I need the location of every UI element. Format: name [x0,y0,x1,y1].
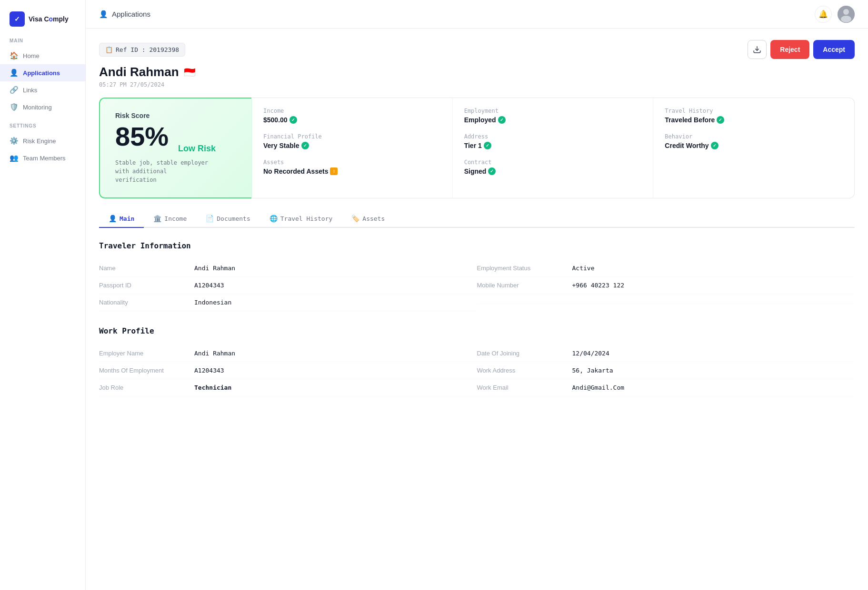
employment-label: Employment [464,108,642,114]
employer-name-row: Employer Name Andi Rahman [99,345,477,362]
risk-description: Stable job, stable employer with additio… [115,158,210,184]
ref-badge: 📋 Ref ID : 20192398 [99,43,185,57]
notifications-button[interactable]: 🔔 [815,6,832,23]
reject-button[interactable]: Reject [770,40,809,59]
mobile-value: +966 40223 122 [572,282,855,289]
sidebar-item-team-members[interactable]: 👥 Team Members [0,149,85,167]
metrics-col-2: Employment Employed ✓ Address Tier 1 ✓ [453,98,654,198]
sidebar-item-home-label: Home [23,52,40,59]
mobile-row: Mobile Number +966 40223 122 [477,277,855,294]
tab-documents-icon: 📄 [206,215,214,222]
income-check-icon: ✓ [289,116,297,124]
date-joining-value: 12/04/2024 [572,350,855,357]
download-button[interactable] [748,40,767,59]
sidebar-item-monitoring[interactable]: 🛡️ Monitoring [0,98,85,116]
assets-label: Assets [263,159,441,166]
financial-profile-check-icon: ✓ [301,142,309,149]
tab-assets[interactable]: 🏷️ Assets [342,210,394,228]
tab-main[interactable]: 👤 Main [99,210,144,228]
address-label: Address [464,133,642,140]
sidebar-item-applications-label: Applications [23,69,60,77]
metrics-row: Risk Score 85% Low Risk Stable job, stab… [99,98,855,198]
contract-value: Signed ✓ [464,167,642,175]
ref-id-text: Ref ID : 20192398 [116,46,179,53]
header-title: Applications [112,10,150,18]
metrics-panels: Income $500.00 ✓ Financial Profile Very … [251,98,855,198]
behavior-check-icon: ✓ [711,142,718,149]
applicant-date: 05:27 PM 27/05/2024 [99,81,855,88]
settings-section-label: SETTINGS [0,123,85,132]
job-role-row: Job Role Technician [99,379,477,396]
header: 👤 Applications 🔔 [86,0,868,29]
travel-history-check-icon: ✓ [717,116,724,124]
main-section-label: MAIN [0,38,85,47]
travel-history-label: Travel History [665,108,843,114]
work-profile-grid: Employer Name Andi Rahman Months Of Empl… [99,345,855,396]
employment-value: Employed ✓ [464,116,642,124]
home-icon: 🏠 [10,51,18,60]
work-profile-right: Date Of Joining 12/04/2024 Work Address … [477,345,855,396]
sidebar-item-links[interactable]: 🔗 Links [0,81,85,98]
risk-percent: 85% [115,123,169,150]
nationality-row: Nationality Indonesian [99,294,477,311]
sidebar-item-monitoring-label: Monitoring [23,104,52,111]
tab-income-label: Income [164,215,187,222]
financial-profile-value: Very Stable ✓ [263,142,441,149]
financial-profile-metric: Financial Profile Very Stable ✓ [263,133,441,149]
employment-check-icon: ✓ [498,116,506,124]
svg-point-2 [841,16,851,22]
team-members-icon: 👥 [10,154,18,162]
sidebar-item-home[interactable]: 🏠 Home [0,47,85,64]
ref-badge-icon: 📋 [105,46,113,53]
applicant-flag: 🇮🇩 [184,67,196,78]
months-employment-label: Months Of Employment [99,367,194,374]
travel-history-value: Traveled Before ✓ [665,116,843,124]
nationality-label: Nationality [99,299,194,306]
applications-icon: 👤 [10,69,18,77]
user-avatar[interactable] [838,6,855,23]
employer-name-value: Andi Rahman [194,350,477,357]
employment-status-value: Active [572,265,855,272]
work-address-value: 56, Jakarta [572,367,855,374]
name-row: Name Andi Rahman [99,260,477,277]
income-label: Income [263,108,441,114]
tab-main-icon: 👤 [109,215,117,222]
sidebar-item-team-members-label: Team Members [23,155,66,162]
nationality-value: Indonesian [194,299,477,306]
tab-income-icon: 🏛️ [153,215,161,222]
sidebar-item-risk-engine-label: Risk Engine [23,138,56,145]
tab-income[interactable]: 🏛️ Income [144,210,196,228]
behavior-value: Credit Worthy ✓ [665,142,843,149]
risk-badge: Low Risk [178,144,216,154]
assets-value: No Recorded Assets ! [263,167,441,175]
header-applications-icon: 👤 [99,10,108,19]
svg-point-1 [843,9,849,15]
income-metric: Income $500.00 ✓ [263,108,441,124]
metrics-col-1: Income $500.00 ✓ Financial Profile Very … [252,98,453,198]
header-actions: 🔔 [815,6,855,23]
work-email-value: Andi@Gmail.Com [572,384,855,391]
monitoring-icon: 🛡️ [10,103,18,111]
behavior-metric: Behavior Credit Worthy ✓ [665,133,843,149]
ref-bar: 📋 Ref ID : 20192398 Reject Accept [99,40,855,59]
contract-metric: Contract Signed ✓ [464,159,642,175]
main-nav-section: MAIN 🏠 Home 👤 Applications 🔗 Links 🛡️ Mo… [0,38,85,116]
name-value: Andi Rahman [194,265,477,272]
months-employment-row: Months Of Employment A1204343 [99,362,477,379]
tab-assets-icon: 🏷️ [351,215,359,222]
links-icon: 🔗 [10,86,18,94]
assets-warning-icon: ! [330,167,338,175]
work-email-row: Work Email Andi@Gmail.Com [477,379,855,396]
sidebar-item-risk-engine[interactable]: ⚙️ Risk Engine [0,132,85,149]
tab-travel-label: Travel History [280,215,333,222]
traveler-info-title: Traveler Information [99,241,855,250]
content-area: 📋 Ref ID : 20192398 Reject Accept Andi R… [86,29,868,590]
header-title-area: 👤 Applications [99,10,150,19]
accept-button[interactable]: Accept [813,40,855,59]
date-joining-label: Date Of Joining [477,350,572,357]
tab-travel-history[interactable]: 🌐 Travel History [260,210,342,228]
assets-metric: Assets No Recorded Assets ! [263,159,441,175]
tab-documents[interactable]: 📄 Documents [196,210,259,228]
sidebar-item-applications[interactable]: 👤 Applications [0,64,85,81]
address-check-icon: ✓ [484,142,491,149]
